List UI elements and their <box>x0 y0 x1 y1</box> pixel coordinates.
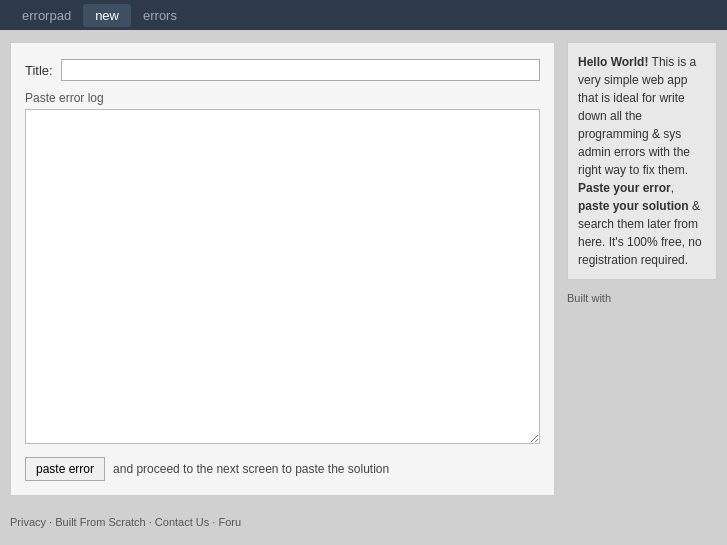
sidebar-bold-2: paste your solution <box>578 199 689 213</box>
proceed-text: and proceed to the next screen to paste … <box>113 462 389 476</box>
main-content: Title: Paste error log paste error and p… <box>0 30 727 508</box>
title-label: Title: <box>25 63 53 78</box>
error-textarea[interactable] <box>25 109 540 444</box>
footer-links: Privacy · Built From Scratch · Contact U… <box>0 508 727 532</box>
sidebar-comma: , <box>671 181 674 195</box>
paste-error-label: Paste error log <box>25 91 540 105</box>
sidebar-desc-1: This is a very simple web app that is id… <box>578 55 696 177</box>
title-row: Title: <box>25 59 540 81</box>
sidebar-bold-1: Paste your error <box>578 181 671 195</box>
form-area: Title: Paste error log paste error and p… <box>10 42 555 496</box>
button-row: paste error and proceed to the next scre… <box>25 457 540 481</box>
nav-bar: errorpad new errors <box>0 0 727 30</box>
built-with: Built with <box>567 288 717 308</box>
title-input[interactable] <box>61 59 540 81</box>
paste-error-button[interactable]: paste error <box>25 457 105 481</box>
footer-text: Privacy · Built From Scratch · Contact U… <box>10 516 241 528</box>
sidebar-box: Hello World! This is a very simple web a… <box>567 42 717 280</box>
nav-item-errorpad[interactable]: errorpad <box>10 4 83 27</box>
sidebar-hello: Hello World! <box>578 55 648 69</box>
sidebar: Hello World! This is a very simple web a… <box>567 42 717 496</box>
nav-item-new[interactable]: new <box>83 4 131 27</box>
nav-item-errors[interactable]: errors <box>131 4 189 27</box>
